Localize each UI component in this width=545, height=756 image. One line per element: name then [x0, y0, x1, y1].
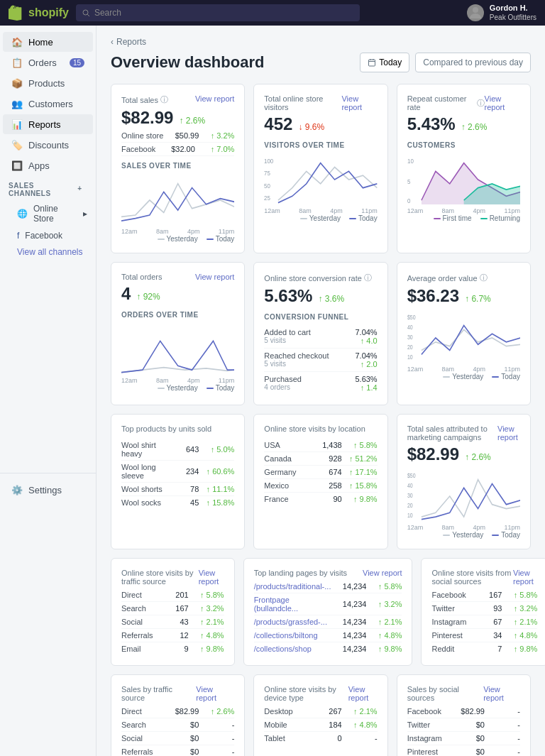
sidebar-item-settings[interactable]: ⚙️ Settings	[3, 480, 93, 500]
table-row: Mobile 184 ↑ 4.8%	[264, 718, 377, 732]
sidebar-label-facebook: Facebook	[25, 231, 62, 241]
table-row: Instagram 67 ↑ 2.1%	[431, 615, 537, 629]
svg-text:40: 40	[407, 324, 413, 332]
sidebar-item-products[interactable]: 📦 Products	[3, 73, 93, 93]
funnel-val-0: 7.04%	[355, 328, 377, 336]
total-orders-view-report[interactable]: View report	[195, 273, 234, 281]
top-products-title: Top products by units sold	[121, 424, 234, 433]
shopify-logo[interactable]: shopify	[9, 5, 69, 21]
funnel-change-1: ↑ 2.0	[355, 360, 377, 368]
landing-page-link[interactable]: /products/grassfed-...	[254, 618, 327, 626]
landing-pages-view-report[interactable]: View report	[363, 569, 402, 577]
legend-today-5: Today	[492, 531, 520, 539]
visits-social-rows: Facebook 167 ↑ 5.8% Twitter 93 ↑ 3.2% In…	[431, 588, 537, 655]
top-navigation: shopify Gordon H. Peak Outfitters	[0, 0, 545, 26]
landing-page-link[interactable]: /collections/biltong	[254, 631, 318, 640]
table-row: /products/grassfed-... 14,234 ↑ 2.1%	[254, 615, 402, 629]
sidebar-item-home[interactable]: 🏠 Home	[3, 32, 93, 52]
online-store-val: $50.99	[175, 131, 199, 140]
conversion-rate-change: ↑ 3.6%	[318, 294, 344, 304]
info-icon-3: ⓘ	[364, 273, 372, 283]
legend-first-time: First time	[434, 214, 472, 222]
table-row: /collections/biltong 14,234 ↑ 4.8%	[254, 629, 402, 642]
legend-today: Today	[207, 235, 235, 243]
orders-x-labels: 12am8am4pm11pm	[121, 377, 234, 384]
page-title: Overview dashboard	[111, 53, 264, 72]
compare-button[interactable]: Compared to previous day	[415, 53, 531, 72]
conversion-rate-header: Online store conversion rate ⓘ	[264, 273, 377, 283]
marketing-campaigns-value: $82.99	[407, 444, 459, 464]
visits-device-header: Online store visits by device type View …	[264, 685, 377, 702]
table-row: Pinterest 34 ↑ 4.8%	[431, 629, 537, 642]
landing-page-link[interactable]: /collections/shop	[254, 645, 312, 653]
orders-over-time-label: ORDERS OVER TIME	[121, 311, 234, 319]
sidebar-item-reports[interactable]: 📊 Reports	[3, 114, 93, 134]
sales-social-card: Sales by social sources View report Face…	[397, 674, 531, 756]
search-bar[interactable]	[76, 4, 360, 21]
total-visitors-view-report[interactable]: View report	[341, 94, 377, 111]
sidebar-item-online-store[interactable]: 🌐 Online Store ▸	[0, 200, 96, 227]
table-row: Reddit 7 ↑ 9.8%	[431, 642, 537, 655]
landing-page-link[interactable]: /products/traditional-...	[254, 582, 331, 591]
marketing-campaigns-change: ↑ 2.6%	[465, 452, 491, 462]
legend-yesterday: Yesterday	[158, 235, 198, 243]
discounts-icon: 🏷️	[11, 139, 23, 150]
repeat-customer-view-report[interactable]: View report	[485, 94, 520, 111]
total-visitors-header: Total online store visitors View report	[264, 94, 377, 111]
svg-text:20: 20	[407, 503, 413, 510]
avg-order-header: Average order value ⓘ	[407, 273, 520, 283]
repeat-customer-title: Repeat customer rate ⓘ	[407, 94, 485, 111]
apps-icon: 🔲	[11, 160, 23, 171]
repeat-customer-legend: First time Returning	[407, 214, 520, 222]
funnel-val-2: 5.63%	[355, 375, 377, 383]
svg-text:50: 50	[264, 182, 270, 190]
today-button[interactable]: Today	[360, 53, 409, 72]
sidebar-item-apps[interactable]: 🔲 Apps	[3, 155, 93, 175]
sales-social-rows: Facebook $82.99 - Twitter $0 - Instagram…	[407, 705, 520, 756]
sidebar-item-facebook[interactable]: f Facebook	[0, 227, 96, 244]
orders-legend: Yesterday Today	[121, 384, 234, 392]
funnel-sub-1: 5 visits	[264, 360, 329, 368]
total-visitors-card: Total online store visitors View report …	[253, 84, 387, 253]
marketing-campaigns-view-report[interactable]: View report	[497, 424, 520, 442]
sales-traffic-view-report[interactable]: View report	[196, 685, 234, 702]
visits-device-card: Online store visits by device type View …	[253, 674, 387, 756]
today-label: Today	[379, 57, 402, 67]
sidebar-item-orders[interactable]: 📋 Orders 15	[3, 53, 93, 72]
orders-badge: 15	[70, 58, 84, 67]
sidebar-item-customers[interactable]: 👥 Customers	[3, 94, 93, 114]
repeat-customer-x-labels: 12am8am4pm11pm	[407, 207, 520, 214]
shopify-icon	[9, 5, 24, 21]
customers-icon: 👥	[11, 98, 23, 109]
funnel-rows: Added to cart 5 visits 7.04% ↑ 4.0 Reach…	[264, 325, 377, 395]
svg-text:25: 25	[264, 195, 270, 202]
visits-device-view-report[interactable]: View report	[348, 685, 378, 702]
breadcrumb-reports[interactable]: Reports	[116, 37, 146, 47]
table-row: Wool socks 45 ↑ 15.8%	[121, 496, 234, 509]
landing-pages-rows: /products/traditional-... 14,234 ↑ 5.8% …	[254, 580, 402, 655]
table-row: Search $0 -	[121, 718, 234, 732]
table-row: /products/traditional-... 14,234 ↑ 5.8%	[254, 580, 402, 593]
user-details: Gordon H. Peak Outfitters	[490, 4, 536, 21]
main-content: ‹ Reports Overview dashboard Today Compa…	[97, 26, 545, 756]
table-row: Twitter 93 ↑ 3.2%	[431, 602, 537, 615]
view-all-channels[interactable]: View all channels	[0, 244, 96, 260]
visits-traffic-view-report[interactable]: View report	[199, 569, 224, 586]
visitors-legend: Yesterday Today	[264, 214, 377, 222]
landing-page-link[interactable]: Frontpage (bullandcle...	[254, 596, 298, 613]
legend-yesterday-5: Yesterday	[443, 531, 483, 539]
sales-traffic-card: Sales by traffic source View report Dire…	[111, 674, 245, 756]
calendar-icon	[368, 58, 376, 67]
search-input[interactable]	[94, 8, 354, 18]
total-sales-title: Total sales ⓘ	[121, 94, 168, 105]
visits-social-view-report[interactable]: View report	[513, 569, 537, 586]
svg-text:20: 20	[407, 344, 413, 351]
sales-social-view-report[interactable]: View report	[483, 685, 520, 702]
info-icon: ⓘ	[160, 94, 168, 105]
sidebar-item-discounts[interactable]: 🏷️ Discounts	[3, 135, 93, 155]
add-channel-button[interactable]: +	[77, 185, 87, 195]
visits-by-location-card: Online store visits by location USA 1,43…	[253, 414, 387, 549]
breadcrumb: ‹ Reports	[111, 37, 531, 47]
svg-text:$50: $50	[407, 473, 416, 480]
total-sales-view-report[interactable]: View report	[195, 94, 234, 103]
